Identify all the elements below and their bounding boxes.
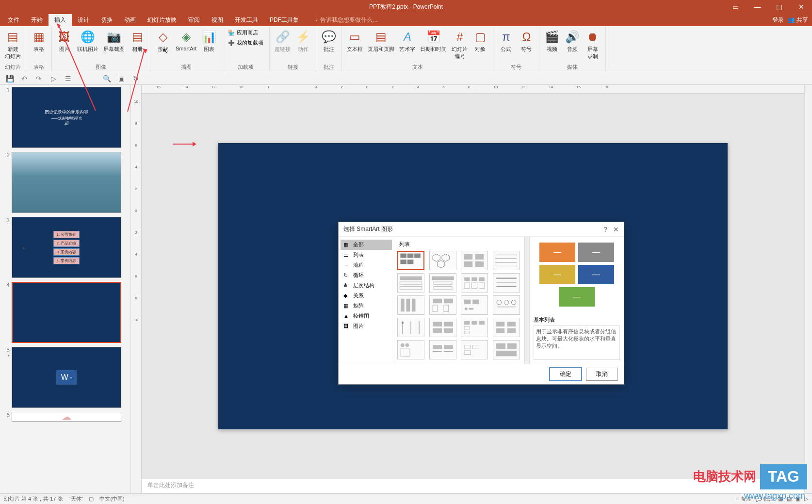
smartart-option[interactable] [397, 318, 424, 337]
category-process[interactable]: →流程 [341, 260, 392, 270]
menu-animations[interactable]: 动画 [118, 14, 142, 26]
screen-recording-button[interactable]: ⏺ 屏幕 录制 [583, 28, 602, 61]
category-pyramid[interactable]: ▲棱锥图 [341, 311, 392, 321]
smartart-option[interactable] [493, 273, 520, 293]
smartart-option[interactable] [429, 318, 456, 337]
category-hierarchy[interactable]: ⋔层次结构 [341, 280, 392, 291]
smartart-option[interactable] [397, 295, 424, 315]
smartart-option[interactable] [461, 251, 488, 270]
qat-fit-icon[interactable]: ▣ [116, 74, 126, 83]
smartart-option[interactable] [461, 295, 488, 315]
smartart-option[interactable] [461, 273, 488, 293]
smartart-option[interactable] [493, 318, 520, 337]
cancel-button[interactable]: 取消 [586, 368, 618, 381]
smartart-option[interactable] [397, 273, 424, 293]
smartart-option[interactable] [429, 251, 456, 270]
hyperlink-button[interactable]: 🔗 超链接 [273, 28, 292, 54]
ok-button[interactable]: 确定 [549, 367, 582, 381]
menu-developer[interactable]: 开发工具 [229, 14, 264, 26]
login-button[interactable]: 登录 [772, 16, 784, 24]
menu-design[interactable]: 设计 [72, 14, 95, 26]
group-label-links: 链接 [273, 64, 313, 71]
smartart-option[interactable] [493, 251, 520, 270]
album-button[interactable]: ▤ 相册 [128, 28, 147, 54]
audio-button[interactable]: 🔊 音频 [563, 28, 582, 54]
share-button[interactable]: 👥 共享 [788, 16, 808, 24]
ribbon-options-icon[interactable]: ▭ [725, 0, 747, 14]
menu-view[interactable]: 视图 [206, 14, 229, 26]
symbol-button[interactable]: Ω 符号 [517, 28, 536, 54]
picture-button[interactable]: 🖼 图片 [55, 28, 74, 54]
thumbnails-panel[interactable]: 1 历史记录中的音乐内容——浅谈时间线研究🔊 2 3 1. 公司简介 2. 产品… [0, 85, 131, 493]
menu-slideshow[interactable]: 幻灯片放映 [142, 14, 182, 26]
qat-redo-icon[interactable]: ↷ [34, 74, 44, 83]
menu-transitions[interactable]: 切换 [95, 14, 118, 26]
close-button[interactable]: ✕ [790, 0, 812, 14]
smartart-grid[interactable]: 列表 [394, 237, 524, 364]
smartart-option[interactable] [461, 318, 488, 337]
qat-undo-icon[interactable]: ↶ [19, 74, 29, 83]
menu-home[interactable]: 开始 [25, 14, 49, 26]
grid-scrollbar[interactable] [524, 237, 529, 364]
menu-insert[interactable]: 插入 [49, 14, 72, 26]
thumbnail[interactable]: 1 历史记录中的音乐内容——浅谈时间线研究🔊 [4, 87, 127, 148]
header-footer-button[interactable]: ▤ 页眉和页脚 [366, 28, 396, 54]
dialog-titlebar[interactable]: 选择 SmartArt 图形 ? ✕ [339, 222, 624, 237]
equation-button[interactable]: π 公式 [496, 28, 516, 54]
app-store-button[interactable]: 🏪 应用商店 [225, 28, 266, 37]
qat-save-icon[interactable]: 💾 [5, 74, 15, 83]
comment-button[interactable]: 💬 批注 [319, 28, 339, 54]
thumbnail[interactable]: 6 ☁ [4, 412, 127, 422]
spell-check-icon[interactable]: ▢ [89, 496, 94, 502]
textbox-button[interactable]: ▭ 文本框 [345, 28, 365, 54]
new-slide-button[interactable]: ▤ 新建 幻灯片 [3, 28, 23, 61]
tell-me-prompt[interactable]: ♀ 告诉我您想要做什么... [314, 16, 377, 24]
thumbnail[interactable]: 5* W▫ [4, 347, 127, 408]
date-time-button[interactable]: 📅 日期和时间 [418, 28, 449, 54]
chart-button[interactable]: 📊 图表 [199, 28, 219, 54]
smartart-option[interactable] [397, 251, 424, 270]
dialog-help-button[interactable]: ? [603, 226, 607, 233]
my-addins-button[interactable]: ➕ 我的加载项 [225, 38, 266, 48]
smartart-option[interactable] [429, 295, 456, 315]
category-list[interactable]: ☰列表 [341, 250, 392, 260]
qat-reset-icon[interactable]: ↻ [131, 74, 141, 83]
maximize-button[interactable]: ▢ [768, 0, 790, 14]
slide-number-button[interactable]: # 幻灯片 编号 [450, 28, 470, 61]
thumbnail[interactable]: 4 [4, 282, 127, 343]
dialog-close-button[interactable]: ✕ [613, 226, 619, 233]
editor-scrollbar[interactable] [804, 85, 812, 493]
minimize-button[interactable]: — [747, 0, 768, 14]
smartart-option[interactable] [429, 340, 456, 359]
smartart-option[interactable] [461, 340, 488, 359]
object-button[interactable]: ▢ 对象 [471, 28, 490, 54]
shapes-button[interactable]: ◇ 形状 [153, 28, 173, 54]
qat-start-icon[interactable]: ▷ [49, 74, 58, 83]
category-matrix[interactable]: ▦矩阵 [341, 301, 392, 311]
category-cycle[interactable]: ↻循环 [341, 270, 392, 280]
smartart-option[interactable] [397, 340, 424, 359]
video-button[interactable]: 🎬 视频 [542, 28, 562, 54]
screenshot-button[interactable]: 📷 屏幕截图 [101, 28, 127, 54]
smartart-button[interactable]: ◈ SmartArt [174, 28, 198, 52]
thumbnail[interactable]: 3 1. 公司简介 2. 产品介绍 3. 案例内容 ← 4. 案例内容 [4, 217, 127, 278]
header-footer-icon: ▤ [374, 29, 389, 45]
thumbnail[interactable]: 2 [4, 152, 127, 213]
menu-review[interactable]: 审阅 [182, 14, 206, 26]
smartart-option[interactable] [493, 340, 520, 359]
slide-canvas-area[interactable]: 选择 SmartArt 图形 ? ✕ ▦全部 ☰列表 →流程 ↻循环 ⋔层次结构 [142, 94, 804, 479]
online-picture-button[interactable]: 🌐 联机图片 [75, 28, 100, 54]
category-relationship[interactable]: ◆关系 [341, 291, 392, 301]
qat-touch-icon[interactable]: ☰ [63, 74, 73, 83]
category-all[interactable]: ▦全部 [341, 240, 392, 250]
qat-zoom-icon[interactable]: 🔍 [102, 74, 112, 83]
category-picture[interactable]: 🖼图片 [341, 321, 392, 331]
wordart-button[interactable]: A 艺术字 [397, 28, 417, 54]
smartart-option[interactable] [429, 273, 456, 293]
table-button[interactable]: ▦ 表格 [29, 28, 49, 54]
language-indicator[interactable]: 中文(中国) [99, 495, 124, 503]
menu-file[interactable]: 文件 [2, 14, 25, 26]
menu-pdf-tools[interactable]: PDF工具集 [264, 14, 305, 26]
action-button[interactable]: ⚡ 动作 [293, 28, 313, 54]
smartart-option[interactable] [493, 295, 520, 315]
